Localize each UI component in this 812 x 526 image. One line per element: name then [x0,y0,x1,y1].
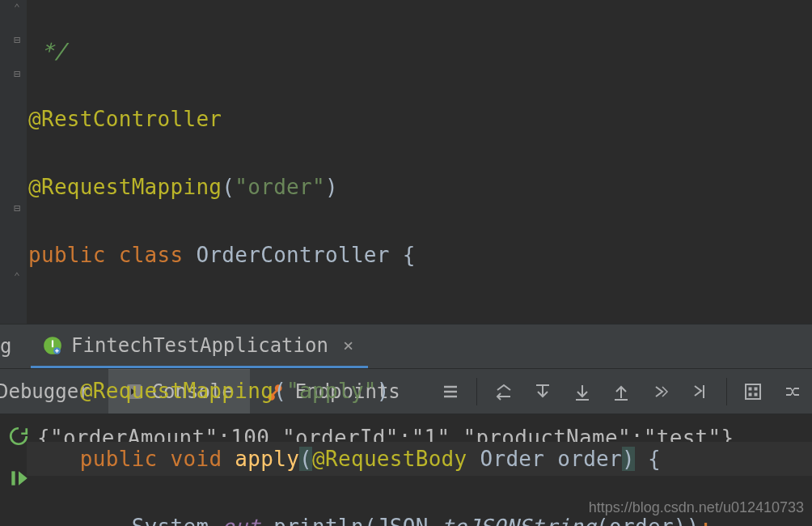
code-token-annotation: @RequestMapping [28,175,222,199]
fold-close-icon[interactable] [11,270,23,282]
spring-boot-icon [42,335,63,356]
code-token-static-method: toJSONString [442,515,596,526]
code-token-method: apply [235,447,299,471]
panel-label: g: [0,335,15,358]
fold-toggle-icon[interactable] [11,34,23,45]
watermark: https://blog.csdn.net/u012410733 [589,499,804,516]
code-token-annotation: @RequestMapping [80,379,273,403]
code-token-keyword: public [28,243,106,267]
code-token-keyword: void [171,447,222,471]
fold-close-icon[interactable] [11,2,23,13]
fold-toggle-icon[interactable] [11,202,23,214]
code-content[interactable]: */ @RestController @RequestMapping("orde… [27,0,812,324]
editor-gutter [0,0,27,324]
svg-rect-10 [11,471,15,485]
fold-toggle-icon[interactable] [11,68,23,79]
code-token-annotation: @RestController [28,107,222,131]
code-token-comment: */ [28,39,67,63]
code-token-keyword: public [80,447,158,471]
code-token-keyword: class [119,243,184,267]
code-token-string: "apply" [286,379,377,403]
code-token-static: out [222,515,260,526]
code-token-annotation: @RequestBody [312,447,467,471]
code-token-string: "order" [235,175,325,199]
code-token-class: OrderController [183,243,402,267]
code-editor[interactable]: */ @RestController @RequestMapping("orde… [0,0,812,324]
